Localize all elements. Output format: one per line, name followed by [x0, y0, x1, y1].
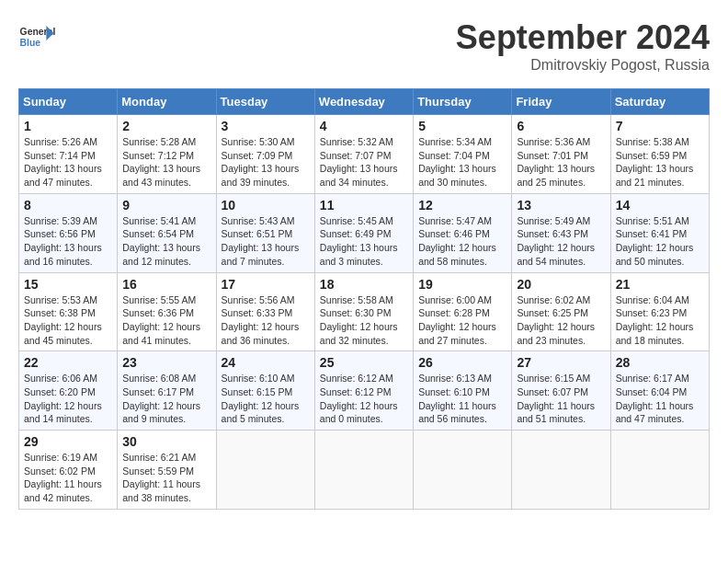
day-number: 20 [517, 277, 605, 292]
day-info: Sunrise: 5:39 AM Sunset: 6:56 PM Dayligh… [24, 214, 112, 269]
day-info: Sunrise: 5:51 AM Sunset: 6:41 PM Dayligh… [616, 214, 704, 269]
day-number: 3 [222, 119, 310, 133]
day-info: Sunrise: 6:12 AM Sunset: 6:12 PM Dayligh… [320, 372, 408, 426]
day-info: Sunrise: 6:19 AM Sunset: 6:02 PM Dayligh… [24, 451, 112, 505]
calendar-cell: 20Sunrise: 6:02 AM Sunset: 6:25 PM Dayli… [512, 272, 610, 351]
weekday-header-thursday: Thursday [414, 89, 512, 115]
day-number: 17 [222, 277, 310, 292]
logo-icon: General Blue [18, 18, 55, 55]
calendar-cell: 18Sunrise: 5:58 AM Sunset: 6:30 PM Dayli… [314, 272, 413, 351]
calendar-cell: 15Sunrise: 5:53 AM Sunset: 6:38 PM Dayli… [19, 272, 118, 351]
day-info: Sunrise: 5:47 AM Sunset: 6:46 PM Dayligh… [418, 214, 506, 269]
calendar-cell: 5Sunrise: 5:34 AM Sunset: 7:04 PM Daylig… [414, 115, 512, 194]
calendar-cell: 17Sunrise: 5:56 AM Sunset: 6:33 PM Dayli… [216, 272, 314, 351]
calendar-cell: 14Sunrise: 5:51 AM Sunset: 6:41 PM Dayli… [610, 193, 709, 272]
day-number: 2 [122, 119, 210, 133]
calendar-cell: 8Sunrise: 5:39 AM Sunset: 6:56 PM Daylig… [19, 193, 118, 272]
calendar-cell: 2Sunrise: 5:28 AM Sunset: 7:12 PM Daylig… [118, 115, 216, 194]
calendar-cell: 6Sunrise: 5:36 AM Sunset: 7:01 PM Daylig… [512, 115, 610, 194]
day-number: 11 [320, 198, 408, 213]
day-info: Sunrise: 5:55 AM Sunset: 6:36 PM Dayligh… [122, 293, 210, 348]
day-number: 5 [418, 119, 506, 133]
day-info: Sunrise: 5:32 AM Sunset: 7:07 PM Dayligh… [320, 135, 408, 190]
page-header: General Blue September 2024 Dmitrovskiy … [18, 18, 710, 74]
day-info: Sunrise: 6:21 AM Sunset: 5:59 PM Dayligh… [122, 451, 210, 505]
location-title: Dmitrovskiy Pogost, Russia [456, 57, 710, 74]
day-number: 9 [122, 198, 210, 213]
day-number: 28 [616, 355, 704, 370]
day-number: 23 [122, 355, 210, 370]
day-info: Sunrise: 5:53 AM Sunset: 6:38 PM Dayligh… [24, 293, 112, 348]
day-number: 22 [24, 355, 112, 370]
day-number: 10 [222, 198, 310, 213]
day-info: Sunrise: 5:49 AM Sunset: 6:43 PM Dayligh… [517, 214, 605, 269]
day-number: 6 [517, 119, 605, 133]
weekday-header-tuesday: Tuesday [216, 89, 314, 115]
day-info: Sunrise: 6:04 AM Sunset: 6:23 PM Dayligh… [616, 293, 704, 348]
day-number: 14 [616, 198, 704, 213]
day-number: 27 [517, 355, 605, 370]
calendar-cell: 23Sunrise: 6:08 AM Sunset: 6:17 PM Dayli… [118, 351, 216, 431]
calendar-cell: 3Sunrise: 5:30 AM Sunset: 7:09 PM Daylig… [216, 115, 314, 194]
day-number: 18 [320, 277, 408, 292]
calendar-cell: 24Sunrise: 6:10 AM Sunset: 6:15 PM Dayli… [216, 351, 314, 431]
calendar-cell: 9Sunrise: 5:41 AM Sunset: 6:54 PM Daylig… [118, 193, 216, 272]
day-info: Sunrise: 6:17 AM Sunset: 6:04 PM Dayligh… [616, 372, 704, 426]
calendar-cell [610, 431, 709, 510]
calendar-table: SundayMondayTuesdayWednesdayThursdayFrid… [18, 88, 710, 510]
day-info: Sunrise: 5:43 AM Sunset: 6:51 PM Dayligh… [222, 214, 310, 269]
day-number: 29 [24, 434, 112, 449]
day-info: Sunrise: 6:00 AM Sunset: 6:28 PM Dayligh… [418, 293, 506, 348]
calendar-cell: 22Sunrise: 6:06 AM Sunset: 6:20 PM Dayli… [19, 351, 118, 431]
calendar-cell [216, 431, 314, 510]
weekday-header-friday: Friday [512, 89, 610, 115]
day-info: Sunrise: 5:45 AM Sunset: 6:49 PM Dayligh… [320, 214, 408, 269]
day-info: Sunrise: 6:06 AM Sunset: 6:20 PM Dayligh… [24, 372, 112, 426]
month-title: September 2024 [456, 18, 710, 57]
day-info: Sunrise: 5:41 AM Sunset: 6:54 PM Dayligh… [122, 214, 210, 269]
day-number: 12 [418, 198, 506, 213]
day-info: Sunrise: 5:28 AM Sunset: 7:12 PM Dayligh… [122, 135, 210, 190]
calendar-cell: 30Sunrise: 6:21 AM Sunset: 5:59 PM Dayli… [118, 431, 216, 510]
calendar-cell: 25Sunrise: 6:12 AM Sunset: 6:12 PM Dayli… [314, 351, 413, 431]
day-number: 26 [418, 355, 506, 370]
day-number: 19 [418, 277, 506, 292]
day-info: Sunrise: 6:13 AM Sunset: 6:10 PM Dayligh… [418, 372, 506, 426]
day-number: 16 [122, 277, 210, 292]
day-number: 1 [24, 119, 112, 133]
calendar-cell: 26Sunrise: 6:13 AM Sunset: 6:10 PM Dayli… [414, 351, 512, 431]
weekday-header-monday: Monday [118, 89, 216, 115]
calendar-cell: 19Sunrise: 6:00 AM Sunset: 6:28 PM Dayli… [414, 272, 512, 351]
day-info: Sunrise: 5:36 AM Sunset: 7:01 PM Dayligh… [517, 135, 605, 190]
day-number: 15 [24, 277, 112, 292]
day-info: Sunrise: 5:30 AM Sunset: 7:09 PM Dayligh… [222, 135, 310, 190]
day-info: Sunrise: 6:15 AM Sunset: 6:07 PM Dayligh… [517, 372, 605, 426]
calendar-cell: 1Sunrise: 5:26 AM Sunset: 7:14 PM Daylig… [19, 115, 118, 194]
day-number: 21 [616, 277, 704, 292]
day-number: 8 [24, 198, 112, 213]
calendar-cell: 4Sunrise: 5:32 AM Sunset: 7:07 PM Daylig… [314, 115, 413, 194]
calendar-cell: 13Sunrise: 5:49 AM Sunset: 6:43 PM Dayli… [512, 193, 610, 272]
calendar-cell: 29Sunrise: 6:19 AM Sunset: 6:02 PM Dayli… [19, 431, 118, 510]
day-number: 4 [320, 119, 408, 133]
day-info: Sunrise: 5:34 AM Sunset: 7:04 PM Dayligh… [418, 135, 506, 190]
calendar-cell: 27Sunrise: 6:15 AM Sunset: 6:07 PM Dayli… [512, 351, 610, 431]
weekday-header-wednesday: Wednesday [314, 89, 413, 115]
day-number: 7 [616, 119, 704, 133]
day-number: 24 [222, 355, 310, 370]
calendar-cell [414, 431, 512, 510]
day-info: Sunrise: 6:10 AM Sunset: 6:15 PM Dayligh… [222, 372, 310, 426]
day-info: Sunrise: 5:56 AM Sunset: 6:33 PM Dayligh… [222, 293, 310, 348]
calendar-cell: 12Sunrise: 5:47 AM Sunset: 6:46 PM Dayli… [414, 193, 512, 272]
svg-text:Blue: Blue [20, 38, 41, 48]
day-info: Sunrise: 5:58 AM Sunset: 6:30 PM Dayligh… [320, 293, 408, 348]
day-info: Sunrise: 5:38 AM Sunset: 6:59 PM Dayligh… [616, 135, 704, 190]
weekday-header-saturday: Saturday [610, 89, 709, 115]
calendar-cell [512, 431, 610, 510]
calendar-cell: 28Sunrise: 6:17 AM Sunset: 6:04 PM Dayli… [610, 351, 709, 431]
day-info: Sunrise: 5:26 AM Sunset: 7:14 PM Dayligh… [24, 135, 112, 190]
calendar-cell: 10Sunrise: 5:43 AM Sunset: 6:51 PM Dayli… [216, 193, 314, 272]
logo: General Blue [18, 18, 55, 55]
calendar-cell: 16Sunrise: 5:55 AM Sunset: 6:36 PM Dayli… [118, 272, 216, 351]
title-block: September 2024 Dmitrovskiy Pogost, Russi… [456, 18, 710, 74]
